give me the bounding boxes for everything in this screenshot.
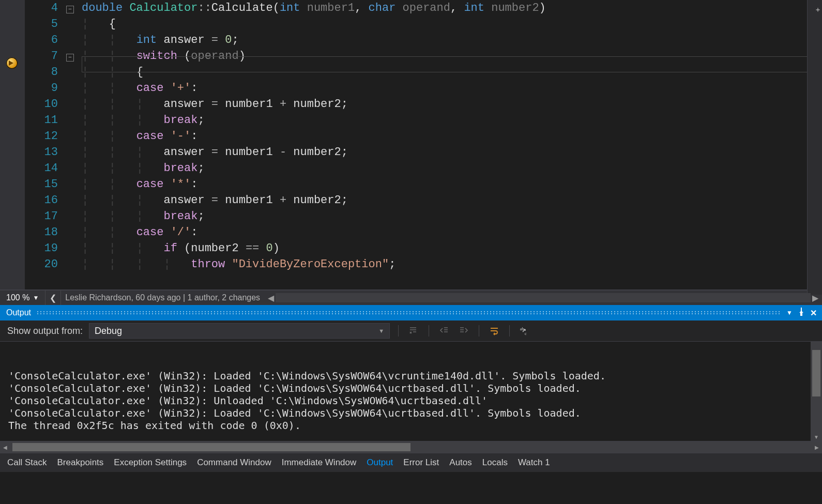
close-icon[interactable]: ✕	[810, 308, 817, 318]
fold-cell[interactable]	[66, 224, 82, 240]
nav-back-button[interactable]: ❮	[45, 291, 61, 305]
fold-cell[interactable]	[66, 144, 82, 160]
fold-cell[interactable]	[66, 32, 82, 48]
output-source-value: Debug	[95, 326, 122, 337]
code-line[interactable]: ¦ ¦ case '*':	[82, 176, 822, 192]
tab-output[interactable]: Output	[367, 457, 393, 468]
code-line[interactable]: ¦ ¦ ¦ answer = number1 + number2;	[82, 96, 822, 112]
fold-cell[interactable]	[66, 128, 82, 144]
find-icon[interactable]: abc	[518, 324, 531, 338]
tab-immediate-window[interactable]: Immediate Window	[282, 457, 357, 468]
svg-text:c: c	[525, 331, 527, 336]
fold-gutter[interactable]: −−	[66, 0, 82, 289]
code-line[interactable]: ¦ ¦ case '/':	[82, 224, 822, 240]
line-number: 18	[25, 224, 66, 240]
output-vertical-scrollbar[interactable]: ▲ ▼	[811, 342, 822, 441]
fold-cell[interactable]	[66, 176, 82, 192]
fold-cell[interactable]	[66, 240, 82, 256]
code-line[interactable]: ¦ {	[82, 16, 822, 32]
tab-error-list[interactable]: Error List	[403, 457, 439, 468]
tab-autos[interactable]: Autos	[449, 457, 471, 468]
code-line[interactable]: ¦ ¦ case '-':	[82, 128, 822, 144]
line-number: 14	[25, 160, 66, 176]
line-number: 20	[25, 256, 66, 272]
fold-cell[interactable]: −	[66, 0, 82, 16]
editor-status-bar: 100 % ▼ ❮ Leslie Richardson, 60 days ago…	[0, 290, 822, 305]
scroll-thumb[interactable]	[12, 443, 410, 451]
code-line[interactable]: ¦ ¦ ¦ break;	[82, 160, 822, 176]
line-number: 15	[25, 176, 66, 192]
line-number: 11	[25, 112, 66, 128]
line-number: 19	[25, 240, 66, 256]
tab-breakpoints[interactable]: Breakpoints	[57, 457, 104, 468]
output-panel-titlebar[interactable]: Output ▼ ✕	[0, 305, 822, 320]
zoom-level[interactable]: 100 % ▼	[0, 293, 45, 302]
line-number: 12	[25, 128, 66, 144]
fold-cell[interactable]	[66, 192, 82, 208]
fold-toggle-icon[interactable]: −	[66, 54, 74, 62]
breakpoint-gutter[interactable]	[0, 0, 25, 289]
scroll-thumb[interactable]	[812, 350, 820, 396]
output-text-area[interactable]: 'ConsoleCalculator.exe' (Win32): Loaded …	[0, 342, 822, 441]
codelens-blame[interactable]: Leslie Richardson, 60 days ago | 1 autho…	[61, 293, 264, 302]
code-line[interactable]: ¦ ¦ ¦ if (number2 == 0)	[82, 240, 822, 256]
fold-cell[interactable]	[66, 160, 82, 176]
fold-cell[interactable]	[66, 256, 82, 272]
output-source-combo[interactable]: Debug ▼	[89, 323, 390, 339]
code-line[interactable]: ¦ ¦ ¦ answer = number1 + number2;	[82, 192, 822, 208]
tab-exception-settings[interactable]: Exception Settings	[114, 457, 187, 468]
svg-text:ab: ab	[520, 327, 524, 331]
editor-horizontal-scrollbar[interactable]: ◀ ▶	[266, 293, 820, 302]
clear-all-icon[interactable]	[407, 324, 420, 338]
indent-left-icon[interactable]	[437, 324, 451, 338]
pin-icon[interactable]	[798, 308, 805, 318]
code-editor[interactable]: 4567891011121314151617181920 −− double C…	[0, 0, 822, 290]
window-position-icon[interactable]: ▼	[786, 309, 793, 316]
line-number: 13	[25, 144, 66, 160]
code-line[interactable]: ¦ ¦ int answer = 0;	[82, 32, 822, 48]
code-line[interactable]: ¦ ¦ case '+':	[82, 80, 822, 96]
line-number-gutter: 4567891011121314151617181920	[25, 0, 66, 289]
tab-command-window[interactable]: Command Window	[197, 457, 271, 468]
code-area[interactable]: double Calculator::Calculate(int number1…	[82, 0, 822, 289]
fold-cell[interactable]: −	[66, 48, 82, 64]
toggle-word-wrap-icon[interactable]	[488, 324, 501, 338]
zoom-value: 100 %	[6, 293, 29, 302]
scroll-left-icon[interactable]: ◀	[0, 441, 10, 453]
chevron-down-icon[interactable]: ▼	[33, 294, 39, 301]
output-line: 'ConsoleCalculator.exe' (Win32): Loaded …	[8, 370, 822, 382]
fold-cell[interactable]	[66, 96, 82, 112]
code-line[interactable]: ¦ ¦ switch (operand)	[82, 48, 822, 64]
code-line[interactable]: ¦ ¦ ¦ break;	[82, 112, 822, 128]
drag-handle[interactable]	[36, 311, 781, 315]
scroll-left-icon[interactable]: ◀	[266, 293, 276, 302]
code-line[interactable]: ¦ ¦ {	[82, 64, 822, 80]
line-number: 17	[25, 208, 66, 224]
execution-pointer-icon[interactable]	[6, 57, 18, 69]
fold-cell[interactable]	[66, 80, 82, 96]
tab-watch-1[interactable]: Watch 1	[518, 457, 550, 468]
fold-cell[interactable]	[66, 16, 82, 32]
fold-cell[interactable]	[66, 112, 82, 128]
scroll-right-icon[interactable]: ▶	[811, 293, 820, 302]
scroll-down-icon[interactable]: ▼	[811, 433, 822, 441]
tab-locals[interactable]: Locals	[482, 457, 508, 468]
code-line[interactable]: ¦ ¦ ¦ break;	[82, 208, 822, 224]
line-number: 7	[25, 48, 66, 64]
output-line: The thread 0x2f5c has exited with code 0…	[8, 419, 822, 432]
fold-cell[interactable]	[66, 64, 82, 80]
fold-cell[interactable]	[66, 208, 82, 224]
indent-right-icon[interactable]	[457, 324, 470, 338]
scroll-right-icon[interactable]: ▶	[812, 441, 822, 453]
code-line[interactable]: ¦ ¦ ¦ answer = number1 - number2;	[82, 144, 822, 160]
panel-title-text: Output	[6, 308, 31, 317]
tab-call-stack[interactable]: Call Stack	[7, 457, 47, 468]
line-number: 10	[25, 96, 66, 112]
fold-toggle-icon[interactable]: −	[66, 6, 74, 13]
output-horizontal-scrollbar[interactable]: ◀ ▶	[0, 441, 822, 453]
separator	[509, 325, 510, 337]
code-line[interactable]: double Calculator::Calculate(int number1…	[82, 0, 822, 16]
plus-icon[interactable]: ＋	[814, 5, 821, 14]
code-line[interactable]: ¦ ¦ ¦ ¦ throw "DivideByZeroException";	[82, 256, 822, 272]
collapsed-tool-window[interactable]: ＋	[807, 0, 822, 295]
